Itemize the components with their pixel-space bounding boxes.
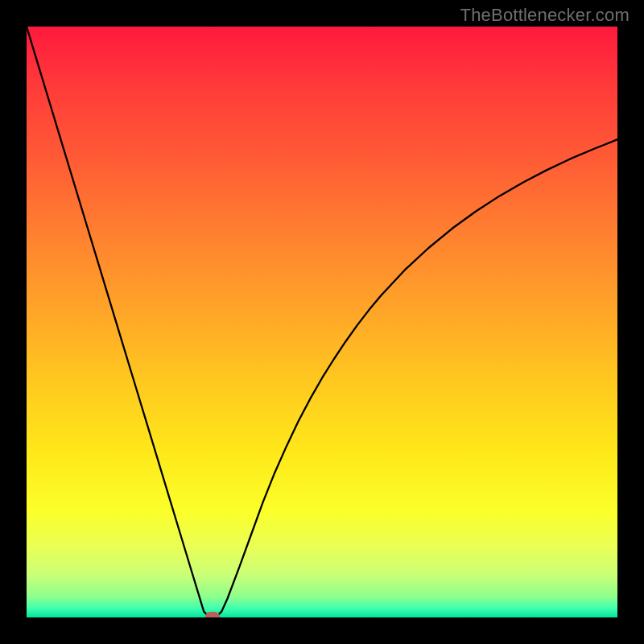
- watermark-text: TheBottlenecker.com: [460, 5, 630, 26]
- plot-area: [27, 27, 617, 617]
- bottleneck-marker: [205, 612, 220, 617]
- curve-line: [27, 27, 617, 617]
- chart-frame: TheBottlenecker.com: [0, 0, 644, 644]
